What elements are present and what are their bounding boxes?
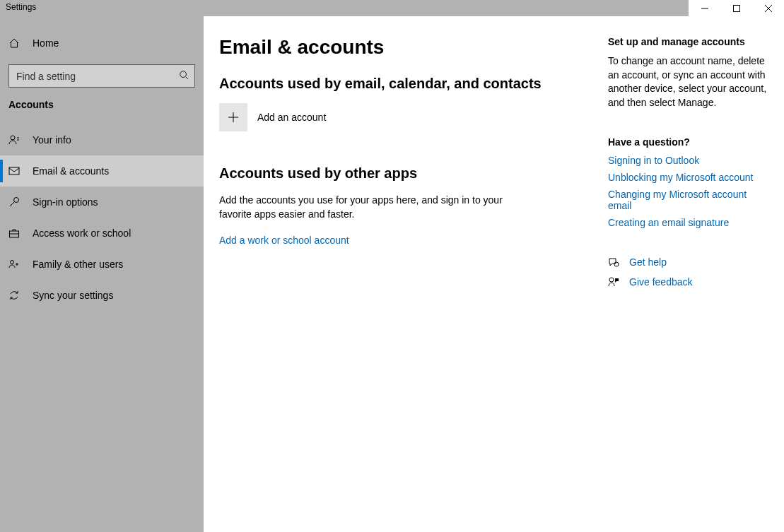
help-link-unblock[interactable]: Unblocking my Microsoft account (608, 172, 767, 183)
setup-body: To change an account name, delete an acc… (608, 54, 767, 110)
svg-point-6 (11, 136, 15, 140)
minimize-icon (701, 5, 708, 12)
page-title: Email & accounts (219, 36, 587, 59)
settings-window: Settings Home (0, 0, 784, 532)
sidebar-home-label: Home (33, 37, 59, 49)
sidebar-item-label: Sync your settings (33, 290, 113, 301)
sidebar-item-access-work[interactable]: Access work or school (0, 218, 204, 249)
window-title: Settings (0, 0, 36, 12)
sidebar-home[interactable]: Home (0, 28, 204, 59)
sidebar-item-email-accounts[interactable]: Email & accounts (0, 155, 204, 187)
section2-title: Accounts used by other apps (219, 165, 587, 182)
sidebar: Home Accounts Your info (0, 16, 204, 532)
close-button[interactable] (752, 0, 784, 16)
main-content: Email & accounts Accounts used by email,… (204, 16, 784, 532)
svg-rect-1 (733, 5, 739, 11)
add-work-account-link[interactable]: Add a work or school account (219, 235, 349, 246)
get-help-row[interactable]: Get help (608, 256, 767, 268)
people-icon (8, 259, 20, 270)
add-account-button[interactable]: Add an account (219, 103, 587, 131)
svg-point-8 (14, 198, 19, 203)
give-feedback-row[interactable]: Give feedback (608, 276, 767, 288)
aside: Set up and manage accounts To change an … (608, 36, 767, 532)
section1-title: Accounts used by email, calendar, and co… (219, 76, 587, 92)
sidebar-item-label: Sign-in options (33, 196, 98, 208)
key-icon (8, 196, 20, 208)
feedback-icon (608, 276, 619, 288)
search-input[interactable] (16, 71, 179, 82)
svg-point-4 (180, 71, 187, 78)
titlebar: Settings (0, 0, 784, 16)
question-heading: Have a question? (608, 136, 767, 148)
minimize-button[interactable] (689, 0, 720, 16)
help-link-outlook[interactable]: Signing in to Outlook (608, 155, 767, 166)
add-account-label: Add an account (257, 112, 326, 123)
get-help-link[interactable]: Get help (629, 256, 667, 268)
give-feedback-link[interactable]: Give feedback (629, 276, 693, 288)
home-icon (8, 37, 20, 49)
svg-rect-7 (9, 167, 19, 175)
person-icon (8, 134, 20, 146)
mail-icon (8, 165, 20, 177)
maximize-button[interactable] (720, 0, 752, 16)
sidebar-item-signin-options[interactable]: Sign-in options (0, 187, 204, 218)
search-input-container[interactable] (8, 64, 195, 88)
briefcase-icon (8, 227, 20, 239)
svg-point-10 (11, 261, 14, 264)
sidebar-item-label: Your info (33, 134, 71, 146)
svg-point-13 (614, 262, 619, 266)
close-icon (765, 5, 772, 12)
sidebar-item-label: Family & other users (33, 259, 123, 270)
get-help-icon (608, 256, 619, 268)
sidebar-section-header: Accounts (0, 89, 204, 117)
setup-heading: Set up and manage accounts (608, 36, 767, 47)
svg-point-14 (609, 278, 614, 282)
maximize-icon (733, 5, 740, 12)
sync-icon (8, 290, 20, 301)
plus-icon (219, 103, 247, 131)
sidebar-item-label: Access work or school (33, 227, 131, 239)
sidebar-item-family[interactable]: Family & other users (0, 249, 204, 280)
section2-body: Add the accounts you use for your apps h… (219, 193, 516, 222)
help-link-signature[interactable]: Creating an email signature (608, 217, 767, 228)
sidebar-item-your-info[interactable]: Your info (0, 124, 204, 155)
sidebar-item-label: Email & accounts (33, 165, 109, 177)
sidebar-item-sync[interactable]: Sync your settings (0, 280, 204, 311)
search-icon (179, 70, 189, 82)
help-link-change-email[interactable]: Changing my Microsoft account email (608, 189, 767, 211)
svg-line-5 (186, 77, 189, 80)
